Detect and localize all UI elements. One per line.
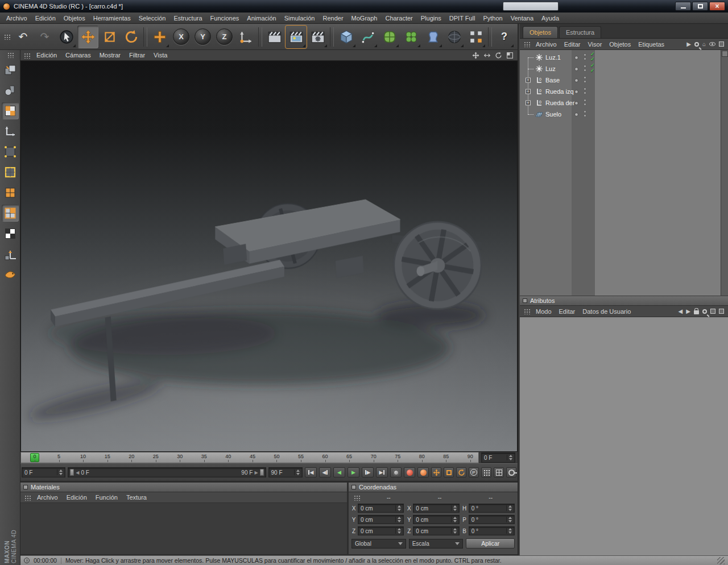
object-row-rueda-der[interactable]: + 0 Rueda der	[520, 97, 721, 109]
viewport-menu-grip[interactable]	[23, 52, 30, 59]
lock-icon[interactable]	[694, 310, 699, 314]
end-frame-stepper[interactable]	[294, 470, 300, 475]
layer-dot[interactable]	[574, 56, 578, 60]
snap-settings-button[interactable]	[465, 26, 486, 48]
rotation-h-field[interactable]: 0 °	[469, 504, 515, 513]
attr-menu-modo[interactable]: Modo	[532, 308, 555, 315]
layout-selector[interactable]	[503, 2, 559, 11]
expand-toggle[interactable]: +	[526, 101, 531, 106]
last-tool-button[interactable]	[149, 26, 170, 48]
menu-funciones[interactable]: Funciones	[206, 13, 243, 23]
menu-edicion[interactable]: Edición	[31, 13, 60, 23]
play-forwards-button[interactable]: ▶	[348, 467, 359, 477]
vp-menu-vista[interactable]: Vista	[150, 52, 171, 59]
add-mograph-button[interactable]	[400, 26, 421, 48]
make-editable-button[interactable]	[2, 61, 19, 78]
edges-mode-button[interactable]	[2, 164, 19, 181]
menu-character[interactable]: Character	[381, 13, 416, 23]
go-to-start-button[interactable]: ◀	[305, 467, 317, 477]
menu-mograph[interactable]: MoGraph	[348, 13, 382, 23]
minimize-button[interactable]	[675, 2, 691, 11]
menu-seleccion[interactable]: Selección	[135, 13, 170, 23]
preview-range-slider[interactable]: ◀0 F 90 F▶	[68, 467, 266, 477]
polygons-mode-button[interactable]	[2, 184, 19, 201]
texture-mode-button[interactable]	[2, 102, 19, 119]
rotation-b-field[interactable]: 0 °	[469, 526, 515, 535]
coordinate-space-select[interactable]: Global	[351, 539, 406, 549]
om-menu-objetos[interactable]: Objetos	[606, 41, 634, 48]
viewport-toggle-button[interactable]	[505, 51, 515, 60]
record-scale-button[interactable]	[444, 467, 454, 477]
menu-objetos[interactable]: Objetos	[60, 13, 89, 23]
history-back-icon[interactable]: ◀	[679, 308, 683, 314]
visibility-dots[interactable]	[584, 76, 586, 83]
previous-key-button[interactable]: ◀	[319, 467, 331, 477]
menu-ayuda[interactable]: Ayuda	[537, 13, 563, 23]
add-generator-button[interactable]	[379, 26, 400, 48]
materials-menu-textura[interactable]: Textura	[122, 494, 151, 501]
enabled-check-icon[interactable]: ✓✓	[590, 63, 595, 73]
menu-animacion[interactable]: Animación	[243, 13, 280, 23]
om-menu-archivo[interactable]: Archivo	[532, 41, 560, 48]
attr-menu-datos[interactable]: Datos de Usuario	[579, 308, 634, 315]
menu-herramientas[interactable]: Herramientas	[89, 13, 135, 23]
menu-ventana[interactable]: Ventana	[507, 13, 537, 23]
points-mode-button[interactable]	[2, 143, 19, 160]
menu-simulacion[interactable]: Simulación	[280, 13, 319, 23]
viewport-pan-button[interactable]	[471, 51, 481, 60]
render-settings-button[interactable]	[307, 26, 328, 48]
history-forward-icon[interactable]: ▶	[686, 308, 690, 314]
expand-toggle[interactable]: +	[526, 78, 531, 83]
lock-x-axis-button[interactable]: X	[171, 26, 192, 48]
attributes-title-bar[interactable]: Atributos	[520, 296, 728, 306]
range-start-handle[interactable]	[70, 469, 74, 476]
menu-archivo[interactable]: Archivo	[2, 13, 31, 23]
misc-icon-2[interactable]	[719, 309, 724, 314]
viewport[interactable]	[20, 61, 518, 452]
coordinates-title-bar[interactable]: Coordenadas	[349, 483, 518, 492]
sidebar-grip[interactable]	[7, 52, 14, 58]
om-menu-visor[interactable]: Visor	[584, 41, 605, 48]
size-x-field[interactable]: 0 cm	[413, 504, 459, 513]
timeline-ruler[interactable]: 0 5 10 15 20 25 30 35 40 45 50 55 60 65 …	[20, 452, 479, 463]
layer-dot[interactable]	[574, 78, 578, 82]
current-frame-field[interactable]: 0 F	[22, 467, 65, 477]
menu-python[interactable]: Python	[479, 13, 506, 23]
object-tree-scrollbar[interactable]	[721, 50, 728, 296]
viewport-rotate-button[interactable]	[494, 51, 503, 60]
object-axis-mode-button[interactable]	[2, 246, 19, 263]
om-menu-editar[interactable]: Editar	[561, 41, 584, 48]
cart-wheel-near[interactable]	[394, 222, 481, 309]
materials-menu-edicion[interactable]: Edición	[63, 494, 91, 501]
vp-menu-filtrar[interactable]: Filtrar	[125, 52, 149, 59]
viewport-zoom-button[interactable]	[482, 51, 492, 60]
scale-mode-select[interactable]: Escala	[409, 539, 464, 549]
play-backwards-button[interactable]: ◀	[333, 467, 345, 477]
object-row-suelo[interactable]: Suelo	[520, 109, 721, 120]
om-menu-etiquetas[interactable]: Etiquetas	[635, 41, 668, 48]
position-y-field[interactable]: 0 cm	[358, 515, 404, 524]
menu-plugins[interactable]: Plugins	[417, 13, 445, 23]
stepper[interactable]	[451, 517, 457, 522]
menu-estructura[interactable]: Estructura	[169, 13, 206, 23]
chevron-right-icon[interactable]: ▶	[686, 41, 691, 47]
menu-render[interactable]: Render	[319, 13, 348, 23]
scale-tool-button[interactable]	[99, 26, 120, 48]
snap-button[interactable]	[2, 266, 19, 283]
misc-icon-1[interactable]	[710, 309, 715, 314]
frame-stepper[interactable]	[507, 455, 512, 460]
attributes-grip[interactable]	[523, 308, 530, 314]
stepper[interactable]	[506, 505, 512, 511]
record-parameter-button[interactable]: P	[469, 467, 479, 477]
materials-content[interactable]	[20, 503, 347, 554]
layer-dot[interactable]	[574, 113, 578, 117]
record-position-button[interactable]	[431, 467, 441, 477]
rotate-tool-button[interactable]	[121, 26, 142, 48]
toolbar-grip[interactable]	[3, 34, 10, 40]
rotation-p-field[interactable]: 0 °	[469, 515, 515, 524]
position-z-field[interactable]: 0 cm	[358, 526, 404, 535]
attr-menu-editar[interactable]: Editar	[556, 308, 579, 315]
go-to-end-button[interactable]: ▶	[376, 467, 388, 477]
visibility-dots[interactable]	[584, 110, 586, 117]
stepper[interactable]	[395, 517, 401, 522]
